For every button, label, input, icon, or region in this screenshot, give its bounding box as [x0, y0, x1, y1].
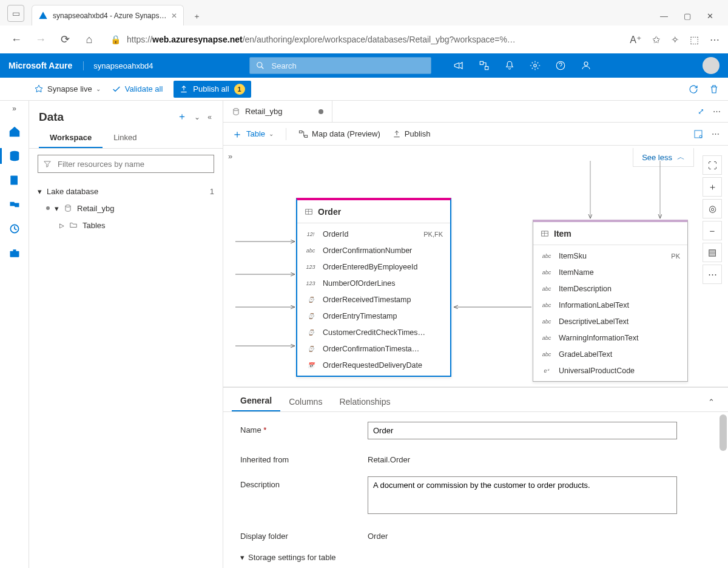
expand-editor-icon[interactable]: ⤢ [698, 107, 704, 116]
column-row[interactable]: abcDescriptiveLabelText [533, 313, 687, 330]
settings-icon[interactable] [693, 129, 703, 139]
add-resource-icon[interactable]: ＋ [176, 109, 188, 124]
column-row[interactable]: 123NumberOfOrderLines [297, 275, 450, 291]
forward-button[interactable]: → [33, 32, 49, 47]
tree-tables[interactable]: ▷ Tables [38, 217, 214, 234]
column-row[interactable]: ⌚OrderEntryTimestamp [297, 308, 450, 324]
entity-item[interactable]: Item abcItemSkuPKabcItemNameabcItemDescr… [533, 220, 688, 382]
search-input[interactable] [271, 61, 425, 71]
back-button[interactable]: ← [8, 32, 24, 47]
gear-icon[interactable] [530, 60, 541, 71]
entity-order[interactable]: Order 12!OrderIdPK,FKabcOrderConfirmatio… [296, 198, 451, 377]
add-table-dropdown[interactable]: ＋Table⌄ [232, 127, 274, 141]
refresh-button[interactable]: ⟳ [57, 32, 73, 47]
zoom-out-icon[interactable]: − [703, 221, 722, 240]
zoom-in-icon[interactable]: ＋ [703, 177, 722, 197]
tree-lake-database[interactable]: ▾ Lake database 1 [38, 183, 214, 200]
properties-pane: General Columns Relationships ⌃ Name * I… [223, 387, 728, 568]
datatype-icon: ⌚ [305, 313, 317, 319]
locate-icon[interactable]: ◎ [703, 199, 722, 218]
column-row[interactable]: eˣUniversalProductCode [533, 362, 687, 379]
column-row[interactable]: 📅OrderRequestedDeliveryDate [297, 357, 450, 373]
tab-workspace[interactable]: Workspace [39, 128, 103, 148]
tab-overview-button[interactable]: ▭ [7, 5, 24, 22]
nav-develop[interactable] [7, 172, 22, 188]
nav-monitor[interactable] [7, 221, 22, 237]
column-row[interactable]: abcOrderConfirmationNumber [297, 242, 450, 259]
browser-menu-icon[interactable]: ⋯ [710, 34, 720, 46]
filter-box[interactable] [38, 155, 214, 173]
nav-home[interactable] [7, 124, 22, 140]
bell-icon[interactable] [504, 60, 515, 71]
expand-rail-icon[interactable]: » [12, 104, 16, 113]
editor-more-icon[interactable]: ⋯ [712, 129, 720, 139]
tab-relationships[interactable]: Relationships [331, 392, 399, 411]
storage-settings-toggle[interactable]: ▾ Storage settings for table [240, 553, 711, 562]
fit-icon[interactable]: ⛶ [703, 155, 722, 175]
editor-more-icon[interactable]: ⋯ [713, 107, 721, 116]
column-row[interactable]: abcItemSkuPK [533, 248, 687, 264]
nav-data[interactable] [7, 148, 22, 164]
column-row[interactable]: abcItemDescription [533, 280, 687, 297]
help-icon[interactable] [555, 60, 566, 71]
nav-integrate[interactable] [7, 197, 22, 212]
close-window-icon[interactable]: ✕ [707, 12, 713, 21]
minimize-icon[interactable]: — [660, 12, 668, 21]
favorite-icon[interactable]: ✩ [652, 34, 660, 46]
more-tools-icon[interactable]: ⋯ [703, 265, 722, 284]
column-row[interactable]: ⌚CustomerCreditCheckTimes… [297, 324, 450, 340]
layout-icon[interactable]: ▤ [703, 243, 722, 262]
tab-linked[interactable]: Linked [103, 128, 147, 148]
column-row[interactable]: abcItemName [533, 264, 687, 280]
validate-all-button[interactable]: Validate all [112, 84, 163, 94]
description-input[interactable] [368, 476, 677, 514]
azure-brand[interactable]: Microsoft Azure [8, 61, 72, 70]
collapse-props-icon[interactable]: ⌃ [703, 393, 720, 411]
column-row[interactable]: ⌚OrderReceivedTimestamp [297, 291, 450, 308]
collapse-canvas-icon[interactable]: » [228, 152, 232, 161]
column-row[interactable]: abcGradeLabelText [533, 346, 687, 362]
datatype-icon: abc [541, 302, 553, 308]
delete-icon[interactable] [709, 84, 720, 95]
designer-canvas[interactable]: » See less︿ ⛶ ＋ ◎ − ▤ ⋯ [223, 146, 728, 387]
tab-columns[interactable]: Columns [280, 392, 331, 411]
browser-sync-icon[interactable]: ⬚ [690, 34, 699, 46]
azure-search[interactable] [249, 57, 431, 74]
pipeline-icon[interactable] [479, 60, 490, 71]
refresh-icon[interactable] [688, 84, 699, 95]
publish-button[interactable]: Publish [393, 129, 431, 138]
megaphone-icon[interactable] [453, 60, 464, 71]
publish-all-button[interactable]: Publish all 1 [174, 81, 251, 98]
new-tab-button[interactable]: ＋ [187, 7, 206, 25]
collapse-panel-icon[interactable]: « [206, 112, 213, 123]
display-folder-label: Display folder [240, 528, 368, 541]
tab-general[interactable]: General [232, 391, 280, 411]
expand-all-icon[interactable]: ⌄ [193, 112, 201, 123]
column-row[interactable]: 123OrderEnteredByEmployeeId [297, 259, 450, 275]
file-tab[interactable]: Retail_ybg [223, 101, 332, 123]
read-aloud-icon[interactable]: A⁺ [630, 34, 641, 46]
see-less-button[interactable]: See less︿ [633, 148, 694, 167]
synapse-live-dropdown[interactable]: Synapse live⌄ [34, 84, 101, 94]
tree-database[interactable]: ▾ Retail_ybg [38, 200, 214, 217]
column-row[interactable]: 12!OrderIdPK,FK [297, 226, 450, 242]
close-tab-icon[interactable]: ✕ [171, 12, 177, 20]
home-button[interactable]: ⌂ [81, 32, 97, 47]
address-bar[interactable]: 🔒 https://web.azuresynapse.net/en/author… [106, 35, 621, 44]
workspace-name[interactable]: synapseoahxbd4 [83, 61, 153, 70]
browser-tab[interactable]: synapseoahxbd4 - Azure Synaps… ✕ [32, 5, 184, 25]
chevron-down-icon: ▾ [38, 187, 42, 196]
column-row[interactable]: abcWarningInformationText [533, 330, 687, 346]
column-row[interactable]: ⌚OrderConfirmationTimesta… [297, 340, 450, 357]
name-input[interactable] [368, 422, 677, 439]
map-data-button[interactable]: Map data (Preview) [298, 129, 380, 139]
filter-input[interactable] [56, 159, 209, 169]
user-avatar[interactable] [703, 57, 720, 74]
nav-manage[interactable] [7, 245, 22, 261]
maximize-icon[interactable]: ▢ [684, 12, 691, 21]
column-row[interactable]: abcInformationLabelText [533, 297, 687, 313]
feedback-icon[interactable] [581, 60, 592, 71]
dirty-dot-icon [318, 109, 323, 114]
svg-rect-15 [299, 130, 302, 132]
collections-icon[interactable]: ✧ [671, 34, 679, 46]
